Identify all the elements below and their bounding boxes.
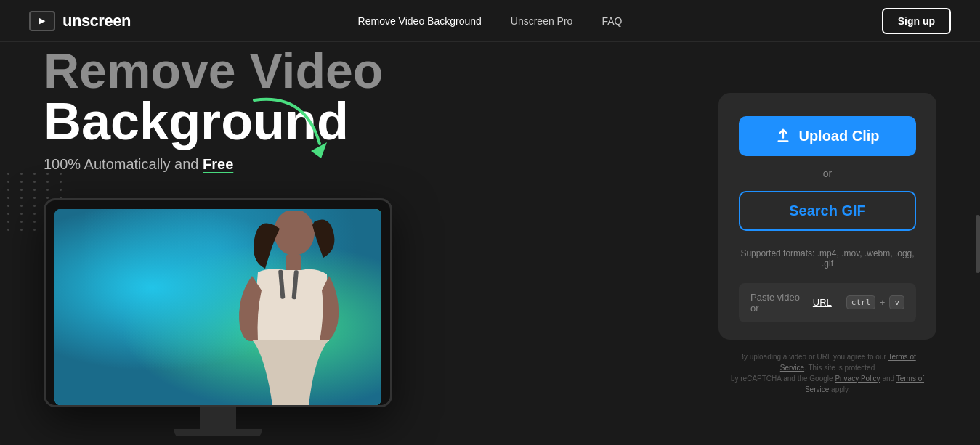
logo-text: unscreen	[62, 12, 131, 30]
kbd-ctrl: ctrl	[846, 295, 876, 309]
upload-clip-button[interactable]: Upload Clip	[739, 116, 916, 156]
terms-and: and	[880, 375, 896, 383]
terms-text: By uploading a video or URL you agree to…	[726, 351, 929, 395]
monitor-base	[174, 429, 262, 436]
signup-button[interactable]: Sign up	[882, 8, 951, 34]
paste-url-label: URL	[813, 297, 832, 308]
upload-panel: Upload Clip or Search GIF Supported form…	[718, 93, 936, 340]
paste-prefix: Paste video or	[750, 292, 809, 314]
supported-formats: Supported formats: .mp4, .mov, .webm, .o…	[739, 248, 916, 269]
nav-link-remove-bg[interactable]: Remove Video Background	[358, 15, 482, 27]
upload-icon	[775, 128, 791, 144]
navbar: unscreen Remove Video Background Unscree…	[0, 0, 980, 42]
scrollbar[interactable]	[976, 215, 980, 273]
curved-arrow	[247, 93, 334, 166]
nav-link-faq[interactable]: FAQ	[602, 15, 622, 27]
plus-sign: +	[880, 298, 885, 308]
upload-clip-label: Upload Clip	[798, 128, 879, 144]
svg-rect-2	[286, 254, 301, 272]
hero-section: Remove Video Background 100% Automatical…	[0, 42, 689, 445]
monitor-stand	[200, 407, 236, 429]
logo-icon	[29, 11, 55, 31]
or-divider: or	[823, 168, 832, 179]
terms-middle1: . This site is protected	[804, 364, 875, 372]
main-content: Remove Video Background 100% Automatical…	[0, 42, 980, 445]
monitor-screen	[54, 209, 381, 405]
terms-middle2: by reCAPTCHA and the Google	[731, 375, 835, 383]
logo[interactable]: unscreen	[29, 11, 131, 31]
hero-title-line2: Background	[44, 95, 689, 147]
monitor-frame	[44, 198, 392, 407]
privacy-policy-link[interactable]: Privacy Policy	[835, 375, 880, 383]
terms-prefix: By uploading a video or URL you agree to…	[739, 353, 888, 361]
woman-figure	[207, 211, 345, 405]
right-panel: Upload Clip or Search GIF Supported form…	[689, 42, 965, 445]
kbd-v: v	[889, 295, 904, 309]
terms-suffix: apply.	[829, 385, 850, 393]
nav-links: Remove Video Background Unscreen Pro FAQ	[358, 15, 623, 27]
hero-title-line1: Remove Video	[44, 46, 689, 95]
subtitle-free: Free	[203, 156, 233, 172]
paste-area[interactable]: Paste video or URL ctrl + v	[739, 283, 916, 322]
nav-link-pro[interactable]: Unscreen Pro	[511, 15, 573, 27]
search-gif-button[interactable]: Search GIF	[739, 191, 916, 231]
monitor-container	[44, 198, 392, 436]
hero-subtitle: 100% Automatically and Free	[44, 156, 689, 173]
svg-point-1	[274, 211, 315, 256]
hero-title: Remove Video Background	[44, 46, 689, 147]
subtitle-prefix: 100% Automatically and	[44, 156, 203, 172]
